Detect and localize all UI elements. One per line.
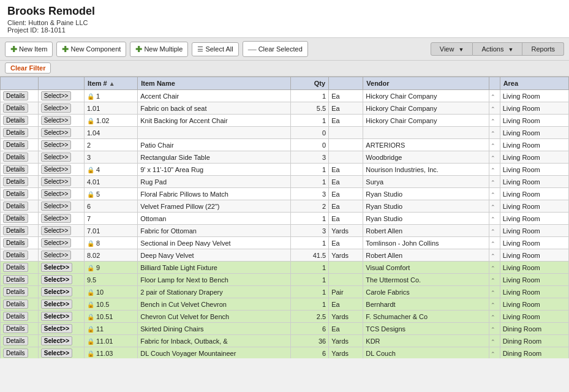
details-button[interactable]: Details [3,104,28,113]
details-button[interactable]: Details [3,312,28,321]
new-multiple-label: New Multiple [144,45,183,53]
caret-up-icon: ⌃ [491,228,496,235]
select-button[interactable]: Select>> [41,214,71,223]
qty-cell: 1 [290,176,328,188]
select-cell: Select>> [38,188,84,200]
reports-button[interactable]: Reports [522,42,564,56]
details-button[interactable]: Details [3,153,28,162]
new-item-button[interactable]: ✚ New Item [5,42,53,57]
select-button[interactable]: Select>> [41,165,71,174]
item-name-cell: Fabric on back of seat [138,102,291,115]
select-button[interactable]: Select>> [41,263,72,272]
details-button[interactable]: Details [3,116,28,125]
details-button[interactable]: Details [3,128,28,137]
select-button[interactable]: Select>> [41,349,72,358]
details-button[interactable]: Details [3,324,28,333]
clear-filter-button[interactable]: Clear Filter [5,62,51,74]
item-name-cell: Floor Lamp for Next to Bench [138,274,291,286]
select-button[interactable]: Select>> [41,300,72,309]
new-component-button[interactable]: ✚ New Component [56,42,126,57]
select-button[interactable]: Select>> [41,336,72,345]
item-name-cell: Rug Pad [138,176,291,188]
select-button[interactable]: Select>> [41,189,71,198]
vendor-cell [363,127,489,139]
select-button[interactable]: Select>> [41,104,71,113]
details-button[interactable]: Details [3,189,28,198]
details-button[interactable]: Details [3,263,28,272]
vendor-cell: Carole Fabrics [363,286,489,298]
details-button[interactable]: Details [3,238,28,247]
details-button[interactable]: Details [3,226,28,235]
clear-selected-button[interactable]: — Clear Selected [243,41,308,57]
details-button[interactable]: Details [3,214,28,223]
details-button[interactable]: Details [3,177,28,186]
area-cell: Living Room [500,237,568,249]
details-button[interactable]: Details [3,287,28,296]
item-num-cell: 🔒 8 [84,237,137,249]
select-button[interactable]: Select>> [41,140,71,149]
header: Brooks Remodel Client: Hutton & Paine LL… [0,0,569,38]
details-button[interactable]: Details [3,251,28,260]
select-button[interactable]: Select>> [41,153,71,162]
unit-cell: Pair [329,286,363,298]
select-cell: Select>> [38,286,84,298]
unit-cell [329,139,363,151]
caret-up-icon: ⌃ [491,94,496,100]
details-cell: Details [1,176,39,188]
select-button[interactable]: Select>> [41,287,72,296]
select-all-button[interactable]: ☰ Select All [192,42,238,56]
select-all-label: Select All [205,45,233,53]
qty-cell: 1 [290,286,328,298]
caret-cell: ⌃ [489,176,500,188]
table-row: Details Select>> 🔒 10 2 pair of Stationa… [1,286,569,298]
details-button[interactable]: Details [3,202,28,211]
area-cell: Living Room [500,213,568,225]
select-button[interactable]: Select>> [41,128,71,137]
select-cell: Select>> [38,274,84,286]
details-button[interactable]: Details [3,300,28,309]
new-multiple-button[interactable]: ✚ New Multiple [130,42,188,57]
item-num-cell: 🔒 11 [84,323,137,335]
select-cell: Select>> [38,90,84,102]
select-button[interactable]: Select>> [41,238,71,247]
table-wrapper: Item # ▲ Item Name Qty Vendor Area Detai… [0,77,569,358]
select-button[interactable]: Select>> [41,226,71,235]
col-header-caret [489,77,500,90]
unit-cell: Yards [329,335,363,347]
vendor-cell: Tomlinson - John Collins [363,237,489,249]
col-header-select [38,77,84,90]
area-cell: Living Room [500,188,568,200]
select-button[interactable]: Select>> [41,312,72,321]
details-cell: Details [1,262,39,274]
view-button[interactable]: View ▼ [431,42,473,56]
table-row: Details Select>> 🔒 10.51 Chevron Cut Vel… [1,311,569,323]
select-button[interactable]: Select>> [41,116,71,125]
actions-button[interactable]: Actions ▼ [473,42,522,56]
item-num-cell: 🔒 10 [84,286,137,298]
vendor-cell: Hickory Chair Company [363,102,489,115]
details-button[interactable]: Details [3,91,28,100]
details-button[interactable]: Details [3,275,28,284]
details-cell: Details [1,274,39,286]
details-button[interactable]: Details [3,349,28,358]
unit-cell: Yards [329,249,363,262]
new-component-label: New Component [70,45,121,53]
select-button[interactable]: Select>> [41,324,72,333]
details-button[interactable]: Details [3,336,28,345]
toolbar-right-group: View ▼ Actions ▼ Reports [431,42,564,56]
details-button[interactable]: Details [3,165,28,174]
select-button[interactable]: Select>> [41,251,71,260]
new-item-plus-icon: ✚ [10,45,17,54]
caret-cell: ⌃ [489,335,500,347]
select-button[interactable]: Select>> [41,91,71,100]
col-header-item-name: Item Name [138,77,291,90]
select-button[interactable]: Select>> [41,202,71,211]
area-cell: Living Room [500,115,568,127]
details-button[interactable]: Details [3,140,28,149]
select-button[interactable]: Select>> [41,275,72,284]
vendor-cell: Woodbridge [363,151,489,164]
items-table: Item # ▲ Item Name Qty Vendor Area Detai… [0,77,569,358]
area-cell: Living Room [500,127,568,139]
select-button[interactable]: Select>> [41,177,71,186]
caret-cell: ⌃ [489,311,500,323]
